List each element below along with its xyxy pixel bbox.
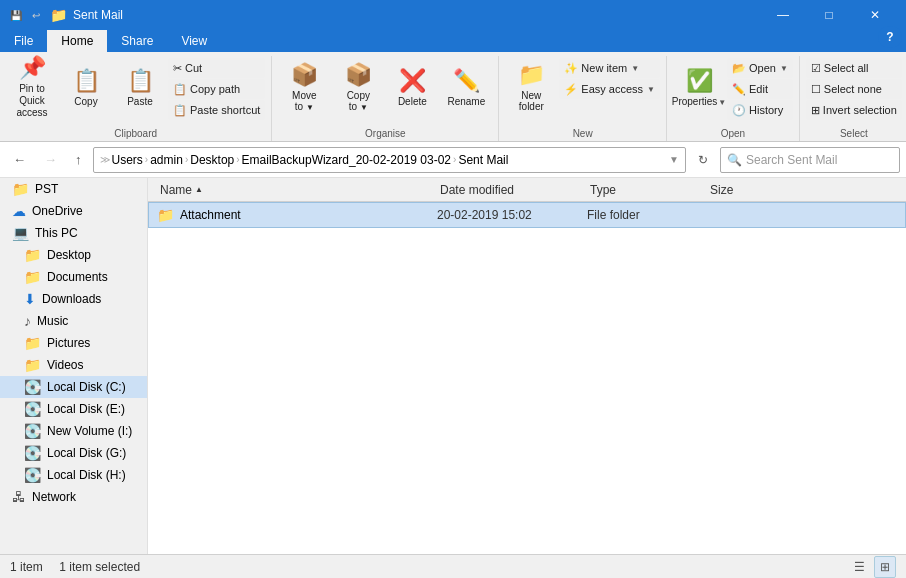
- sidebar-item-localc[interactable]: 💽 Local Disk (C:): [0, 376, 147, 398]
- copy-path-button[interactable]: 📋 Copy path: [168, 79, 265, 99]
- sidebar-item-newvol[interactable]: 💽 New Volume (I:): [0, 420, 147, 442]
- edit-button[interactable]: ✏️ Edit: [727, 79, 793, 99]
- move-to-button[interactable]: 📦 Moveto ▼: [278, 56, 330, 118]
- file-date-value: 20-02-2019 15:02: [437, 208, 532, 222]
- minimize-button[interactable]: —: [760, 0, 806, 30]
- invert-selection-button[interactable]: ⊞ Invert selection: [806, 100, 902, 120]
- pin-to-quick-access-button[interactable]: 📌 Pin to Quickaccess: [6, 56, 58, 118]
- open-label: Open: [749, 62, 776, 74]
- sidebar-item-network[interactable]: 🖧 Network: [0, 486, 147, 508]
- file-row-attachment[interactable]: 📁 Attachment 20-02-2019 15:02 File folde…: [148, 202, 906, 228]
- view-icons-button[interactable]: ⊞: [874, 556, 896, 578]
- maximize-button[interactable]: □: [806, 0, 852, 30]
- paste-shortcut-label: Paste shortcut: [190, 104, 260, 116]
- cut-button[interactable]: ✂ Cut: [168, 58, 265, 78]
- history-button[interactable]: 🕐 History: [727, 100, 793, 120]
- rename-label: Rename: [447, 96, 485, 107]
- edit-icon: ✏️: [732, 83, 746, 96]
- file-cell-date: 20-02-2019 15:02: [437, 208, 587, 222]
- copy-button[interactable]: 📋 Copy: [60, 56, 112, 118]
- sidebar-item-documents[interactable]: 📁 Documents: [0, 266, 147, 288]
- sidebar-item-desktop[interactable]: 📁 Desktop: [0, 244, 147, 266]
- refresh-button[interactable]: ↻: [690, 147, 716, 173]
- clipboard-label: Clipboard: [114, 128, 157, 139]
- sidebar-item-music[interactable]: ♪ Music: [0, 310, 147, 332]
- sidebar-item-videos[interactable]: 📁 Videos: [0, 354, 147, 376]
- col-header-date[interactable]: Date modified: [436, 178, 586, 201]
- properties-button[interactable]: ✅ Properties▼: [673, 56, 725, 118]
- file-area: Name ▲ Date modified Type Size 📁 Attachm…: [148, 178, 906, 554]
- sep3: ›: [236, 154, 239, 165]
- easy-access-arrow: ▼: [647, 85, 655, 94]
- select-all-icon: ☑: [811, 62, 821, 75]
- nav-bar: ← → ↑ ≫ Users › admin › Desktop › EmailB…: [0, 142, 906, 178]
- easy-access-button[interactable]: ⚡ Easy access ▼: [559, 79, 660, 99]
- rename-button[interactable]: ✏️ Rename: [440, 56, 492, 118]
- new-folder-button[interactable]: 📁 Newfolder: [505, 56, 557, 118]
- sidebar-item-pst[interactable]: 📁 PST: [0, 178, 147, 200]
- delete-button[interactable]: ❌ Delete: [386, 56, 438, 118]
- new-item-label: New item: [581, 62, 627, 74]
- title-bar-icons: 💾 ↩: [8, 7, 44, 23]
- sort-arrow-name: ▲: [195, 185, 203, 194]
- paste-shortcut-button[interactable]: 📋 Paste shortcut: [168, 100, 265, 120]
- history-label: History: [749, 104, 783, 116]
- ribbon-group-open: ✅ Properties▼ 📂 Open ▼ ✏️ Edit 🕐 History: [667, 56, 800, 141]
- sidebar-item-locale[interactable]: 💽 Local Disk (E:): [0, 398, 147, 420]
- edit-label: Edit: [749, 83, 768, 95]
- ribbon-group-clipboard: 📌 Pin to Quickaccess 📋 Copy 📋 Paste ✂ Cu…: [0, 56, 272, 141]
- col-date-label: Date modified: [440, 183, 514, 197]
- sep2: ›: [185, 154, 188, 165]
- copy-icon: 📋: [73, 68, 100, 94]
- tab-file[interactable]: File: [0, 30, 47, 52]
- crumb-users[interactable]: Users: [112, 153, 143, 167]
- help-button[interactable]: ?: [878, 26, 902, 48]
- copy-to-button[interactable]: 📦 Copyto ▼: [332, 56, 384, 118]
- sidebar-item-onedrive[interactable]: ☁ OneDrive: [0, 200, 147, 222]
- sidebar-item-pictures[interactable]: 📁 Pictures: [0, 332, 147, 354]
- title-folder-icon: 📁: [50, 7, 67, 23]
- select-none-label: Select none: [824, 83, 882, 95]
- address-dropdown-icon[interactable]: ▼: [669, 154, 679, 165]
- paste-button[interactable]: 📋 Paste: [114, 56, 166, 118]
- title-text: Sent Mail: [73, 8, 123, 22]
- pin-label: Pin to Quickaccess: [7, 83, 57, 119]
- copy-to-icon: 📦: [345, 62, 372, 88]
- sidebar-item-downloads[interactable]: ⬇ Downloads: [0, 288, 147, 310]
- col-header-name[interactable]: Name ▲: [156, 178, 436, 201]
- sidebar-item-localg[interactable]: 💽 Local Disk (G:): [0, 442, 147, 464]
- pictures-icon: 📁: [24, 335, 41, 351]
- view-details-button[interactable]: ☰: [848, 556, 870, 578]
- crumb-emailwizard[interactable]: EmailBackupWizard_20-02-2019 03-02: [242, 153, 451, 167]
- title-save-icon: 💾: [8, 7, 24, 23]
- up-button[interactable]: ↑: [68, 148, 89, 171]
- crumb-admin[interactable]: admin: [150, 153, 183, 167]
- file-type-value: File folder: [587, 208, 640, 222]
- sidebar-label-localc: Local Disk (C:): [47, 380, 126, 394]
- tab-view[interactable]: View: [167, 30, 221, 52]
- select-none-button[interactable]: ☐ Select none: [806, 79, 902, 99]
- delete-icon: ❌: [399, 68, 426, 94]
- crumb-desktop[interactable]: Desktop: [190, 153, 234, 167]
- search-box[interactable]: 🔍 Search Sent Mail: [720, 147, 900, 173]
- main-area: 📁 PST ☁ OneDrive 💻 This PC 📁 Desktop 📁 D…: [0, 178, 906, 554]
- new-item-button[interactable]: ✨ New item ▼: [559, 58, 660, 78]
- tab-share[interactable]: Share: [107, 30, 167, 52]
- col-size-label: Size: [710, 183, 733, 197]
- tab-home[interactable]: Home: [47, 30, 107, 52]
- forward-button[interactable]: →: [37, 148, 64, 171]
- back-button[interactable]: ←: [6, 148, 33, 171]
- rename-icon: ✏️: [453, 68, 480, 94]
- sidebar-item-localh[interactable]: 💽 Local Disk (H:): [0, 464, 147, 486]
- desktop-icon: 📁: [24, 247, 41, 263]
- sidebar-item-thispc[interactable]: 💻 This PC: [0, 222, 147, 244]
- sidebar-label-pictures: Pictures: [47, 336, 90, 350]
- copy-label: Copy: [74, 96, 97, 107]
- open-button[interactable]: 📂 Open ▼: [727, 58, 793, 78]
- select-all-button[interactable]: ☑ Select all: [806, 58, 902, 78]
- address-bar[interactable]: ≫ Users › admin › Desktop › EmailBackupW…: [93, 147, 687, 173]
- open-arrow: ▼: [780, 64, 788, 73]
- col-header-type[interactable]: Type: [586, 178, 706, 201]
- cut-icon: ✂: [173, 62, 182, 75]
- col-header-size[interactable]: Size: [706, 178, 786, 201]
